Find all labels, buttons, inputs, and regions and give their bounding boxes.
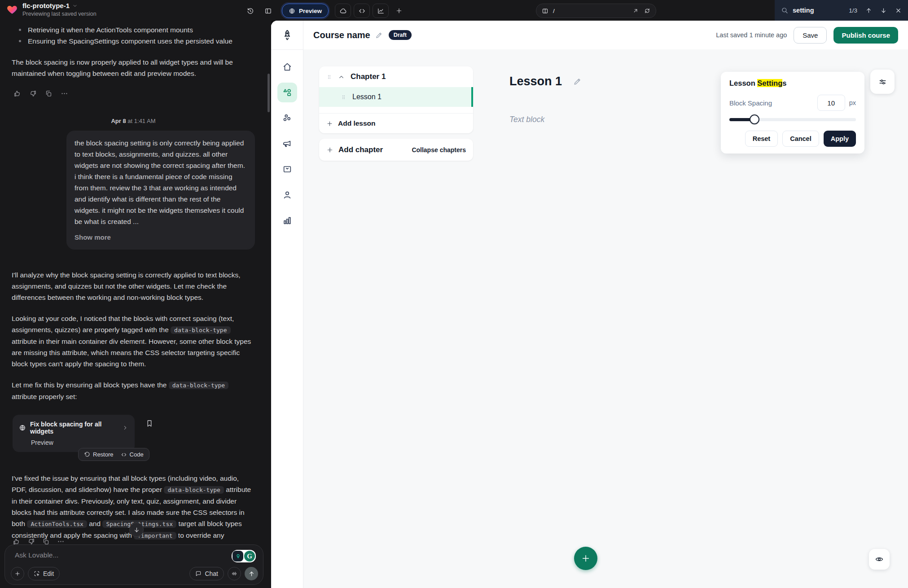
edit-course-name-button[interactable] bbox=[375, 31, 383, 39]
thumbs-down-icon bbox=[29, 90, 37, 97]
grammarly-widget[interactable]: G bbox=[232, 550, 256, 562]
refresh-icon[interactable] bbox=[644, 8, 650, 14]
lesson-title: Lesson 1 bbox=[352, 93, 382, 101]
reset-button[interactable]: Reset bbox=[745, 131, 778, 147]
bullet-item: Ensuring the SpacingSettings component u… bbox=[18, 35, 255, 47]
collapse-chapters-button[interactable]: Collapse chapters bbox=[412, 146, 466, 154]
version-card-title: Fix block spacing for all widgets bbox=[30, 421, 118, 435]
lovable-logo-icon bbox=[6, 4, 18, 15]
thumbs-up-button[interactable] bbox=[13, 89, 22, 98]
cloud-button[interactable] bbox=[335, 4, 351, 18]
add-lesson-button[interactable]: Add lesson bbox=[319, 113, 473, 133]
voice-input-button[interactable] bbox=[228, 567, 241, 580]
plus-icon bbox=[395, 7, 403, 14]
user-message-bubble: the block spacing setting is only correc… bbox=[66, 131, 255, 250]
sidebar-item-announcements[interactable] bbox=[277, 134, 297, 154]
sidebar-item-profile[interactable] bbox=[277, 185, 297, 205]
history-button[interactable] bbox=[242, 4, 258, 18]
app-logo[interactable] bbox=[271, 21, 303, 50]
project-name[interactable]: flc-prototype-1 bbox=[22, 2, 70, 9]
slider-knob[interactable] bbox=[750, 114, 759, 124]
drag-handle-icon[interactable] bbox=[341, 93, 347, 101]
sidebar-item-home[interactable] bbox=[277, 57, 297, 77]
close-search-icon[interactable] bbox=[895, 7, 902, 14]
chevron-up-icon[interactable] bbox=[338, 74, 345, 80]
arrow-down-icon bbox=[133, 527, 140, 533]
draft-badge: Draft bbox=[389, 30, 412, 40]
rocket-icon bbox=[281, 29, 293, 41]
assistant-paragraph: Let me fix this by ensuring all block ty… bbox=[12, 379, 255, 402]
select-edit-icon bbox=[34, 570, 40, 577]
find-in-page-bar: 1/3 bbox=[775, 0, 908, 21]
chat-messages[interactable]: Retrieving it when the ActionTools compo… bbox=[0, 21, 271, 543]
preview-mode-button[interactable]: Preview bbox=[282, 4, 329, 18]
sidebar-item-inbox[interactable] bbox=[277, 159, 297, 179]
unit-label: px bbox=[849, 99, 856, 106]
thumbs-down-button[interactable] bbox=[28, 89, 37, 98]
block-spacing-slider[interactable] bbox=[729, 114, 856, 124]
copy-button[interactable] bbox=[44, 89, 53, 98]
settings-toggle-button[interactable] bbox=[870, 70, 895, 94]
version-card[interactable]: Fix block spacing for all widgets Previe… bbox=[13, 415, 135, 452]
more-options-button[interactable] bbox=[60, 89, 69, 98]
project-brand[interactable]: flc-prototype-1 Previewing last saved ve… bbox=[6, 2, 97, 17]
restore-button[interactable]: Restore bbox=[84, 451, 114, 458]
thumbs-up-icon bbox=[13, 90, 21, 97]
search-input[interactable] bbox=[792, 6, 842, 14]
edit-lesson-name-button[interactable] bbox=[573, 77, 582, 86]
assistant-paragraph: The block spacing is now properly applie… bbox=[12, 57, 255, 79]
settings-title: Lesson Settings bbox=[729, 79, 856, 88]
cancel-button[interactable]: Cancel bbox=[782, 131, 819, 147]
panel-toggle-button[interactable] bbox=[260, 4, 276, 18]
previous-match-icon[interactable] bbox=[865, 7, 872, 14]
device-columns-icon bbox=[542, 8, 548, 14]
search-highlight: Setting bbox=[757, 79, 782, 87]
preview-toggle-button[interactable] bbox=[869, 549, 890, 570]
lesson-settings-popover: Lesson Settings Block Spacing px Reset C… bbox=[721, 72, 864, 154]
version-hover-actions: Restore Code bbox=[78, 448, 149, 461]
bookmark-button[interactable] bbox=[145, 419, 154, 427]
chat-composer: G Edit Chat bbox=[4, 544, 263, 585]
chat-panel: Retrieving it when the ActionTools compo… bbox=[0, 21, 271, 588]
cloud-icon bbox=[339, 7, 347, 15]
code-view-button[interactable] bbox=[354, 4, 370, 18]
restore-icon bbox=[84, 452, 90, 458]
chevron-down-icon bbox=[72, 3, 78, 9]
chat-input[interactable] bbox=[14, 551, 186, 560]
block-spacing-input[interactable] bbox=[817, 95, 845, 111]
app-content: Chapter 1 Lesson 1 Add lesson Add chapte… bbox=[303, 49, 908, 588]
next-match-icon[interactable] bbox=[880, 7, 887, 14]
chapter-header[interactable]: Chapter 1 bbox=[319, 66, 473, 87]
edit-mode-button[interactable]: Edit bbox=[28, 567, 60, 580]
publish-course-button[interactable]: Publish course bbox=[833, 27, 898, 44]
save-button[interactable]: Save bbox=[794, 27, 827, 44]
chart-line-icon bbox=[377, 7, 385, 15]
add-chapter-button[interactable]: Add chapter bbox=[326, 145, 383, 154]
scroll-to-bottom-button[interactable] bbox=[129, 522, 144, 537]
code-icon bbox=[121, 452, 127, 458]
empty-text-block[interactable]: Text block bbox=[509, 115, 544, 124]
sidebar-item-courses[interactable] bbox=[277, 83, 297, 102]
sidebar-item-community[interactable] bbox=[277, 108, 297, 128]
message-timestamp: Apr 8 at 1:41 AM bbox=[12, 118, 255, 124]
last-saved-text: Last saved 1 minute ago bbox=[716, 31, 787, 39]
chat-mode-button[interactable]: Chat bbox=[189, 567, 224, 580]
analytics-button[interactable] bbox=[373, 4, 389, 18]
url-bar[interactable]: / bbox=[536, 4, 656, 18]
app-sidebar bbox=[271, 21, 303, 588]
show-more-link[interactable]: Show more bbox=[75, 232, 247, 243]
send-button[interactable] bbox=[245, 567, 258, 580]
apply-button[interactable]: Apply bbox=[824, 131, 856, 147]
open-external-icon[interactable] bbox=[632, 8, 639, 14]
add-block-fab[interactable] bbox=[574, 547, 597, 570]
drag-handle-icon[interactable] bbox=[326, 73, 332, 81]
lesson-heading: Lesson 1 bbox=[509, 75, 582, 88]
lesson-row-selected[interactable]: Lesson 1 bbox=[319, 87, 473, 107]
pencil-icon bbox=[573, 77, 582, 86]
attach-button[interactable] bbox=[11, 567, 24, 580]
history-icon bbox=[246, 7, 254, 15]
add-tab-button[interactable] bbox=[391, 4, 407, 18]
sidebar-item-analytics[interactable] bbox=[277, 211, 297, 230]
view-code-button[interactable]: Code bbox=[121, 451, 144, 458]
chat-scrollbar[interactable] bbox=[268, 74, 270, 112]
